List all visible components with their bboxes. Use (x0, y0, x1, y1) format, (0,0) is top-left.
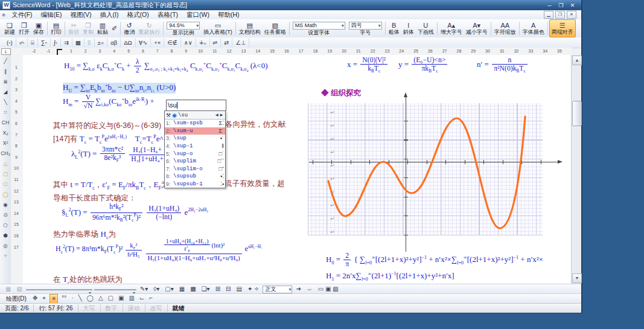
decrease-font-button[interactable]: A▾减小字号 (464, 20, 489, 37)
subscript-group-tool[interactable]: X₂ (1, 128, 10, 138)
formula-h1[interactable]: H1 = 2n′x∑l=0∞(2l+1)−1[(2l+1+x)+y²+n′x] (326, 271, 454, 282)
more-rings-tool[interactable]: ⁘ (1, 251, 10, 261)
greek-upper-symbols-button[interactable]: ΔΩ (121, 38, 135, 47)
greek-lower-symbols-button[interactable]: αβ (107, 38, 121, 47)
formula-hu[interactable]: HU = ∑iσEbbiσ+biσ − U∑iσni↑ni↓ (U>0) (63, 83, 176, 94)
ring-triangle-tool[interactable]: △ (1, 159, 10, 169)
superscript-group-tool[interactable]: X² (1, 138, 10, 149)
fraction-template-button[interactable]: ▫⁄▫ (16, 38, 28, 47)
matrix-template-button[interactable]: ⌸ (28, 38, 38, 47)
font-color-button[interactable]: A字体颜色 (521, 20, 546, 37)
formula-hm[interactable]: Hm = V√N∑i,kσ(Ckσ+biσeik·Ri) + (63, 94, 155, 110)
paragraph-1[interactable]: 其中算符的定义与(6-36)～(6-39) (53, 120, 161, 131)
mdi-restore-button[interactable]: ❐ (555, 11, 565, 19)
spacing-buttons[interactable]: ✦ ✧ (246, 285, 261, 293)
bond-back-tool[interactable]: ╲ (1, 97, 10, 107)
toolbar-separator[interactable] (47, 22, 48, 35)
dropdown-item[interactable]: 1:\sum-spsbΣ⁚ (165, 120, 225, 127)
text-style-combo[interactable]: 正文 (263, 286, 292, 293)
snap-grid-tool[interactable]: ✳ (49, 294, 58, 304)
ring-pentagon-tool[interactable]: ⬠ (1, 179, 10, 190)
formula-xi[interactable]: §L2(T) = h⁴kF²96π⁶m*²kB²(TcP)² H₃(1+uH₄)… (62, 203, 208, 223)
toolbar-separator[interactable] (163, 22, 164, 35)
integral-template-button[interactable]: ∫▫ (51, 38, 61, 47)
equilibrium-arrow-button[interactable]: ⇌ (210, 38, 222, 47)
merge-cells-button[interactable]: ▦ (177, 285, 187, 293)
set-symbols-button[interactable]: ∈∉ (164, 38, 181, 47)
paren-template-button[interactable]: (▫) (4, 38, 16, 47)
logic-symbols-button[interactable]: ∀∿ (136, 38, 151, 47)
operator-symbols-button[interactable]: +× (151, 38, 164, 47)
paragraph-4[interactable]: 在 Tc处的比热跳跃为 (53, 273, 123, 284)
ch3-group-tool[interactable]: CH₃ (1, 149, 10, 159)
arrow-template-button[interactable]: ⇉ (61, 38, 72, 47)
section-heading[interactable]: ◆ 组织探究 (321, 88, 361, 98)
angle-tool[interactable]: °° (60, 294, 68, 304)
bond-dashed-tool[interactable]: ⁙ (1, 107, 10, 118)
menu-item[interactable]: 表格(T) (153, 10, 182, 19)
style-combo[interactable] (26, 286, 92, 293)
anchor-tool[interactable]: ⌖ (41, 294, 47, 304)
mdi-minimize-button[interactable]: ▁ (544, 11, 553, 19)
ch-group-tool[interactable]: CH (1, 118, 10, 128)
bracket-template-button[interactable]: ⌷ (84, 38, 95, 47)
open-button[interactable]: ❒打开 (17, 20, 31, 37)
hexagon-filled-tool[interactable]: ⬢ (1, 231, 10, 241)
menu-item[interactable]: 帮助(H) (214, 10, 244, 19)
inline-command-input[interactable]: \su (166, 100, 226, 111)
redo-button[interactable]: ↻重新执行 (136, 20, 162, 37)
paragraph-2b[interactable]: 导相干长度由下式确定： (53, 193, 136, 203)
frame-tool[interactable]: ▥ (128, 294, 136, 304)
menu-item[interactable]: 插入(I) (96, 10, 123, 19)
hexagon-ring-tool[interactable]: ⬡ (1, 220, 10, 231)
bond-double-tool[interactable]: ∥ (1, 66, 10, 77)
list-format-button[interactable]: ▤ (234, 285, 243, 293)
undo-button[interactable]: ↺撤消 (122, 20, 136, 37)
grid-template-button[interactable]: ▦ (72, 38, 84, 47)
connector-tool[interactable]: ⌐ (148, 294, 154, 304)
dropdown-nav-arrows-icon[interactable]: ◄► (214, 112, 224, 118)
line-tool[interactable]: ╲ (77, 294, 83, 304)
toolbar-separator[interactable] (437, 22, 438, 35)
rectangle-tool[interactable]: ▢ (107, 294, 115, 304)
font-size-combo[interactable]: 四号字号 (347, 20, 384, 37)
menu-item[interactable]: 文件(F) (7, 10, 36, 19)
dropdown-item[interactable]: 8:\supsub▪⁚ (165, 173, 225, 180)
italic-button[interactable]: I斜体 (401, 20, 416, 37)
toolbar-separator[interactable] (491, 22, 491, 35)
scroll-up-icon[interactable]: ▲ (572, 56, 582, 65)
help-icon[interactable]: ◉ (172, 112, 177, 118)
ring-square-tool[interactable]: ▢ (1, 169, 10, 179)
sum-template-button[interactable]: ∑▫ (38, 38, 51, 47)
bond-triple-tool[interactable]: ≣ (1, 77, 10, 87)
ring-circle-tool[interactable]: ◯ (1, 190, 10, 200)
toolbar-separator[interactable] (120, 22, 121, 35)
draw-menu-button[interactable]: 绘图(D) (4, 295, 29, 303)
task-pane-button[interactable]: ▧任务窗格 (263, 20, 288, 37)
vertical-ruler[interactable]: 1234567891011121314151617 (11, 55, 24, 284)
benzene-ring-tool[interactable]: ◉ (1, 200, 10, 210)
insert-column-button[interactable]: ⊟ (224, 285, 232, 293)
print-button[interactable]: ▤打印 (49, 20, 63, 37)
paste-button[interactable]: ▥粘贴 (95, 20, 110, 37)
formula-h10[interactable]: H10 = ∑k,σ εkCk,σ+Ck + λ2 ∑σ₁,σ₂ ; k₁+k₂… (64, 58, 268, 75)
insert-row-button[interactable]: ⊞ (214, 285, 222, 293)
document-page[interactable]: H10 = ∑k,σ εkCk,σ+Ck + λ2 ∑σ₁,σ₂ ; k₁+k₂… (23, 55, 571, 284)
char-scale-button[interactable]: AA字符缩放 (493, 20, 518, 37)
aromatic-ring-tool[interactable]: ⊙ (1, 210, 10, 220)
double-arrow-button[interactable]: ⇄ (221, 38, 232, 47)
view-mode-buttons[interactable]: ▭ ▣ ▧ (316, 285, 340, 293)
formula-x-def[interactable]: x = N(0)|V|²kBTc (347, 56, 389, 74)
triangle-tool[interactable]: △ (97, 294, 104, 304)
bold-button[interactable]: B粗体 (387, 20, 401, 37)
double-ring-tool[interactable]: ◎ (1, 241, 10, 251)
underline-button[interactable]: U下画线 (416, 20, 436, 37)
menu-item[interactable]: 编辑(E) (37, 10, 66, 19)
format-painter-button[interactable]: ✐ (110, 20, 119, 37)
toolbar-separator[interactable] (65, 22, 65, 35)
dropdown-item[interactable]: 3:\sup▪˙ (165, 135, 225, 142)
pen-color-button[interactable]: ✎▾ (138, 285, 150, 293)
paragraph-2-right[interactable]: 流子有效质量，超 (225, 179, 285, 189)
dropdown-item[interactable]: 9:\supsub-1⁚▪ (165, 180, 225, 188)
cut-button[interactable]: ✂剪切 (66, 20, 81, 37)
